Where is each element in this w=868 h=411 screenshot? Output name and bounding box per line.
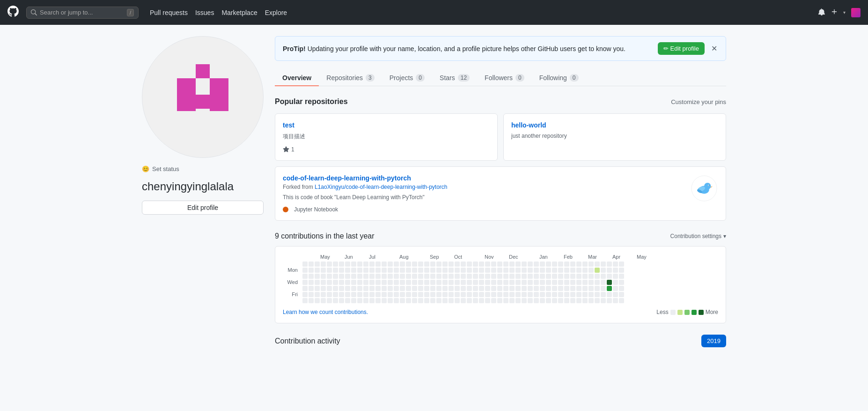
cell-23-1[interactable] xyxy=(442,268,448,273)
cell-49-3[interactable] xyxy=(601,280,606,285)
cell-3-5[interactable] xyxy=(321,292,326,297)
cell-26-3[interactable] xyxy=(461,280,466,285)
cell-26-2[interactable] xyxy=(461,274,466,279)
cell-46-3[interactable] xyxy=(582,280,588,285)
nav-issues[interactable]: Issues xyxy=(195,9,214,16)
cell-28-0[interactable] xyxy=(473,262,478,267)
cell-47-3[interactable] xyxy=(588,280,594,285)
cell-37-4[interactable] xyxy=(528,286,533,291)
search-input[interactable] xyxy=(40,9,124,16)
cell-42-4[interactable] xyxy=(558,286,563,291)
cell-12-3[interactable] xyxy=(375,280,381,285)
cell-19-0[interactable] xyxy=(418,262,423,267)
cell-18-5[interactable] xyxy=(412,292,417,297)
cell-21-4[interactable] xyxy=(430,286,435,291)
cell-7-6[interactable] xyxy=(345,298,350,303)
cell-25-2[interactable] xyxy=(455,274,460,279)
cell-1-5[interactable] xyxy=(309,292,314,297)
cell-4-2[interactable] xyxy=(327,274,332,279)
cell-37-5[interactable] xyxy=(528,292,533,297)
cell-17-1[interactable] xyxy=(406,268,411,273)
cell-18-1[interactable] xyxy=(412,268,417,273)
cell-45-1[interactable] xyxy=(576,268,581,273)
cell-48-3[interactable] xyxy=(595,280,600,285)
cell-10-1[interactable] xyxy=(363,268,368,273)
cell-12-2[interactable] xyxy=(375,274,381,279)
cell-52-2[interactable] xyxy=(619,274,624,279)
cell-47-0[interactable] xyxy=(588,262,594,267)
cell-13-2[interactable] xyxy=(382,274,387,279)
cell-37-2[interactable] xyxy=(528,274,533,279)
protip-edit-button[interactable]: ✏ Edit profile xyxy=(658,42,705,55)
cell-36-6[interactable] xyxy=(522,298,527,303)
cell-33-3[interactable] xyxy=(503,280,508,285)
cell-44-4[interactable] xyxy=(570,286,575,291)
cell-50-1[interactable] xyxy=(607,268,612,273)
tab-followers[interactable]: Followers 0 xyxy=(477,70,532,86)
cell-34-0[interactable] xyxy=(509,262,515,267)
cell-51-1[interactable] xyxy=(613,268,618,273)
cell-33-4[interactable] xyxy=(503,286,508,291)
cell-40-3[interactable] xyxy=(546,280,551,285)
cell-42-2[interactable] xyxy=(558,274,563,279)
cell-6-0[interactable] xyxy=(339,262,344,267)
cell-3-2[interactable] xyxy=(321,274,326,279)
cell-24-2[interactable] xyxy=(449,274,454,279)
user-avatar[interactable] xyxy=(851,8,861,17)
cell-29-0[interactable] xyxy=(479,262,484,267)
cell-15-0[interactable] xyxy=(394,262,399,267)
cell-22-0[interactable] xyxy=(436,262,441,267)
cell-26-0[interactable] xyxy=(461,262,466,267)
cell-8-3[interactable] xyxy=(351,280,356,285)
cell-21-6[interactable] xyxy=(430,298,435,303)
cell-46-2[interactable] xyxy=(582,274,588,279)
tab-overview[interactable]: Overview xyxy=(275,70,319,86)
cell-14-6[interactable] xyxy=(388,298,393,303)
cell-19-5[interactable] xyxy=(418,292,423,297)
cell-23-5[interactable] xyxy=(442,292,448,297)
cell-23-2[interactable] xyxy=(442,274,448,279)
cell-26-5[interactable] xyxy=(461,292,466,297)
cell-5-4[interactable] xyxy=(333,286,338,291)
cell-5-2[interactable] xyxy=(333,274,338,279)
cell-22-6[interactable] xyxy=(436,298,441,303)
cell-2-0[interactable] xyxy=(315,262,320,267)
cell-38-0[interactable] xyxy=(534,262,539,267)
cell-9-0[interactable] xyxy=(357,262,362,267)
cell-7-2[interactable] xyxy=(345,274,350,279)
cell-14-0[interactable] xyxy=(388,262,393,267)
cell-11-6[interactable] xyxy=(369,298,375,303)
nav-pull-requests[interactable]: Pull requests xyxy=(150,9,188,16)
cell-6-6[interactable] xyxy=(339,298,344,303)
cell-1-3[interactable] xyxy=(309,280,314,285)
cell-38-5[interactable] xyxy=(534,292,539,297)
cell-20-4[interactable] xyxy=(424,286,429,291)
cell-15-4[interactable] xyxy=(394,286,399,291)
cell-32-5[interactable] xyxy=(497,292,502,297)
edit-profile-button[interactable]: Edit profile xyxy=(142,201,264,215)
cell-11-0[interactable] xyxy=(369,262,375,267)
cell-4-6[interactable] xyxy=(327,298,332,303)
cell-40-6[interactable] xyxy=(546,298,551,303)
cell-39-2[interactable] xyxy=(540,274,545,279)
cell-0-3[interactable] xyxy=(302,280,308,285)
cell-11-3[interactable] xyxy=(369,280,375,285)
customize-pins-link[interactable]: Customize your pins xyxy=(671,98,726,105)
cell-34-4[interactable] xyxy=(509,286,515,291)
cell-17-5[interactable] xyxy=(406,292,411,297)
cell-38-4[interactable] xyxy=(534,286,539,291)
cell-29-5[interactable] xyxy=(479,292,484,297)
cell-50-2[interactable] xyxy=(607,274,612,279)
cell-22-5[interactable] xyxy=(436,292,441,297)
cell-16-0[interactable] xyxy=(400,262,405,267)
cell-50-4[interactable] xyxy=(607,286,612,291)
cell-13-0[interactable] xyxy=(382,262,387,267)
cell-19-4[interactable] xyxy=(418,286,423,291)
cell-35-2[interactable] xyxy=(515,274,521,279)
cell-34-1[interactable] xyxy=(509,268,515,273)
cell-40-0[interactable] xyxy=(546,262,551,267)
cell-51-4[interactable] xyxy=(613,286,618,291)
cell-47-1[interactable] xyxy=(588,268,594,273)
cell-8-6[interactable] xyxy=(351,298,356,303)
cell-2-1[interactable] xyxy=(315,268,320,273)
